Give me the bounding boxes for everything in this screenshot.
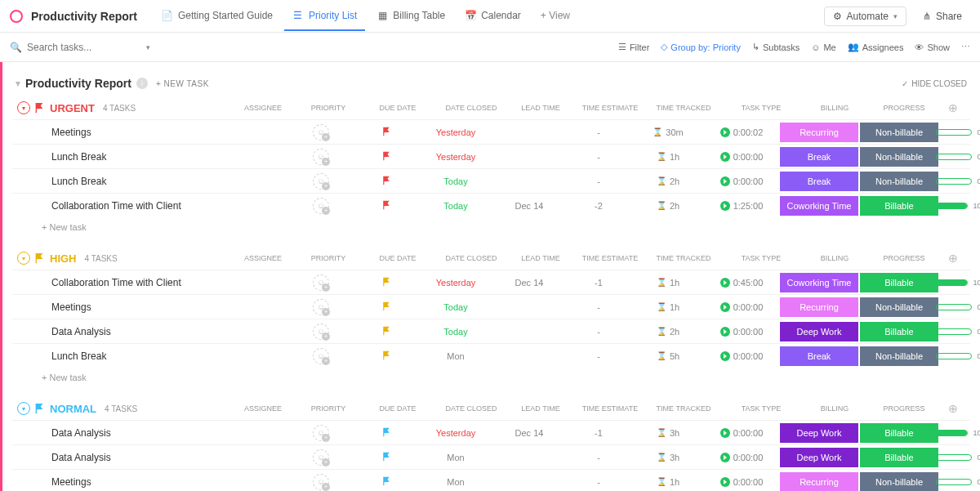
time-tracked-cell[interactable]: 0:00:00 [705, 176, 778, 186]
time-estimate-cell[interactable]: ⌛3h [631, 453, 705, 462]
collapse-group-icon[interactable]: ▾ [17, 101, 30, 114]
time-tracked-cell[interactable]: 0:00:02 [705, 127, 778, 137]
progress-cell[interactable]: 100% [925, 279, 980, 287]
task-row[interactable]: Data Analysis ☺ Today - ⌛2h 0:00:00 Deep… [12, 319, 970, 343]
play-icon[interactable] [720, 351, 730, 361]
due-date-cell[interactable]: Today [419, 176, 492, 186]
time-estimate-cell[interactable]: ⌛30m [631, 127, 705, 137]
time-tracked-cell[interactable]: 0:00:00 [705, 477, 778, 487]
subtasks-button[interactable]: ↳Subtasks [752, 42, 800, 52]
progress-cell[interactable]: 0% [925, 352, 980, 360]
task-row[interactable]: Data Analysis ☺ Yesterday Dec 14 -1 ⌛3h … [12, 420, 970, 444]
hide-closed-button[interactable]: ✓HIDE CLOSED [902, 79, 967, 88]
chevron-down-icon[interactable]: ▾ [146, 43, 150, 51]
task-type-badge[interactable]: Deep Work [780, 423, 858, 443]
due-date-cell[interactable]: Mon [419, 351, 492, 361]
play-icon[interactable] [720, 428, 730, 438]
tab-billing-table[interactable]: ▦Billing Table [368, 2, 453, 31]
progress-cell[interactable]: 0% [925, 177, 980, 185]
task-row[interactable]: Meetings ☺ Yesterday - ⌛30m 0:00:02 Recu… [12, 119, 970, 144]
task-row[interactable]: Lunch Break ☺ Mon - ⌛5h 0:00:00 Break No… [12, 343, 970, 368]
time-estimate-cell[interactable]: ⌛5h [631, 351, 705, 361]
priority-cell[interactable] [354, 452, 419, 463]
share-button[interactable]: ⋔ Share [915, 7, 970, 25]
assignee-placeholder[interactable]: ☺ [313, 449, 329, 466]
time-estimate-cell[interactable]: ⌛3h [631, 428, 705, 438]
task-type-badge[interactable]: Recurring [780, 123, 858, 142]
assignee-placeholder[interactable]: ☺ [313, 124, 329, 141]
play-icon[interactable] [720, 152, 730, 162]
time-estimate-cell[interactable]: ⌛2h [631, 176, 705, 186]
assignee-placeholder[interactable]: ☺ [313, 324, 329, 340]
assignee-placeholder[interactable]: ☺ [313, 474, 329, 490]
progress-cell[interactable]: 0% [925, 153, 980, 161]
add-view-button[interactable]: + View [532, 2, 578, 31]
task-type-badge[interactable]: Deep Work [780, 448, 858, 467]
play-icon[interactable] [720, 201, 730, 211]
collapse-icon[interactable]: ▾ [16, 78, 20, 89]
task-row[interactable]: Lunch Break ☺ Yesterday - ⌛1h 0:00:00 Br… [12, 144, 970, 168]
play-icon[interactable] [720, 453, 730, 462]
task-name[interactable]: Meetings [51, 301, 288, 313]
task-row[interactable]: Meetings ☺ Today - ⌛1h 0:00:00 Recurring… [12, 294, 970, 319]
due-date-cell[interactable]: Yesterday [419, 278, 492, 288]
time-estimate-cell[interactable]: ⌛2h [631, 201, 705, 211]
priority-cell[interactable] [354, 427, 419, 439]
new-task-button[interactable]: + NEW TASK [156, 79, 209, 88]
task-name[interactable]: Meetings [51, 127, 288, 138]
task-name[interactable]: Lunch Break [51, 176, 288, 187]
task-name[interactable]: Data Analysis [51, 452, 288, 463]
priority-cell[interactable] [354, 476, 419, 488]
collapse-group-icon[interactable]: ▾ [17, 402, 30, 415]
task-type-badge[interactable]: Deep Work [780, 322, 858, 341]
due-date-cell[interactable]: Mon [419, 477, 492, 487]
me-button[interactable]: ☺Me [811, 42, 836, 52]
task-type-badge[interactable]: Recurring [780, 297, 858, 317]
task-row[interactable]: Data Analysis ☺ Mon - ⌛3h 0:00:00 Deep W… [12, 444, 970, 469]
time-tracked-cell[interactable]: 0:00:00 [705, 453, 778, 462]
progress-cell[interactable]: 100% [925, 202, 980, 210]
group-by-button[interactable]: ◇Group by: Priority [661, 42, 741, 52]
task-name[interactable]: Meetings [51, 476, 288, 488]
task-type-badge[interactable]: Recurring [780, 472, 858, 492]
due-date-cell[interactable]: Mon [419, 453, 492, 462]
task-row[interactable]: Collaboration Time with Client ☺ Today D… [12, 193, 970, 217]
assignees-button[interactable]: 👥Assignees [848, 42, 904, 52]
play-icon[interactable] [720, 327, 730, 337]
task-type-badge[interactable]: Break [780, 172, 858, 191]
assignee-placeholder[interactable]: ☺ [313, 299, 329, 315]
tab-priority-list[interactable]: ☰Priority List [284, 2, 365, 31]
task-row[interactable]: Meetings ☺ Mon - ⌛1h 0:00:00 Recurring N… [12, 469, 970, 491]
filter-button[interactable]: ☰Filter [618, 42, 649, 52]
tab-calendar[interactable]: 📅Calendar [457, 2, 529, 31]
show-button[interactable]: 👁Show [915, 42, 950, 52]
task-name[interactable]: Lunch Break [51, 151, 288, 163]
priority-cell[interactable] [354, 200, 419, 212]
progress-cell[interactable]: 0% [925, 478, 980, 486]
due-date-cell[interactable]: Today [419, 201, 492, 211]
task-type-badge[interactable]: Coworking Time [780, 273, 858, 292]
due-date-cell[interactable]: Yesterday [419, 428, 492, 438]
assignee-placeholder[interactable]: ☺ [313, 149, 329, 165]
due-date-cell[interactable]: Today [419, 302, 492, 312]
add-column-button[interactable]: ⊕ [941, 402, 965, 415]
task-row[interactable]: Collaboration Time with Client ☺ Yesterd… [12, 270, 970, 294]
time-estimate-cell[interactable]: ⌛1h [631, 152, 705, 162]
progress-cell[interactable]: 100% [925, 429, 980, 437]
play-icon[interactable] [720, 302, 730, 312]
priority-cell[interactable] [354, 350, 419, 362]
task-name[interactable]: Data Analysis [51, 427, 288, 439]
info-icon[interactable]: i [136, 78, 148, 89]
assignee-placeholder[interactable]: ☺ [313, 198, 329, 214]
collapse-group-icon[interactable]: ▾ [17, 252, 30, 265]
priority-cell[interactable] [354, 176, 419, 187]
task-name[interactable]: Data Analysis [51, 326, 288, 337]
play-icon[interactable] [720, 477, 730, 487]
assignee-placeholder[interactable]: ☺ [313, 173, 329, 190]
assignee-placeholder[interactable]: ☺ [313, 425, 329, 441]
progress-cell[interactable]: 0% [925, 128, 980, 136]
due-date-cell[interactable]: Yesterday [419, 152, 492, 162]
add-column-button[interactable]: ⊕ [941, 101, 965, 114]
task-name[interactable]: Lunch Break [51, 350, 288, 362]
time-tracked-cell[interactable]: 0:45:00 [705, 278, 778, 288]
